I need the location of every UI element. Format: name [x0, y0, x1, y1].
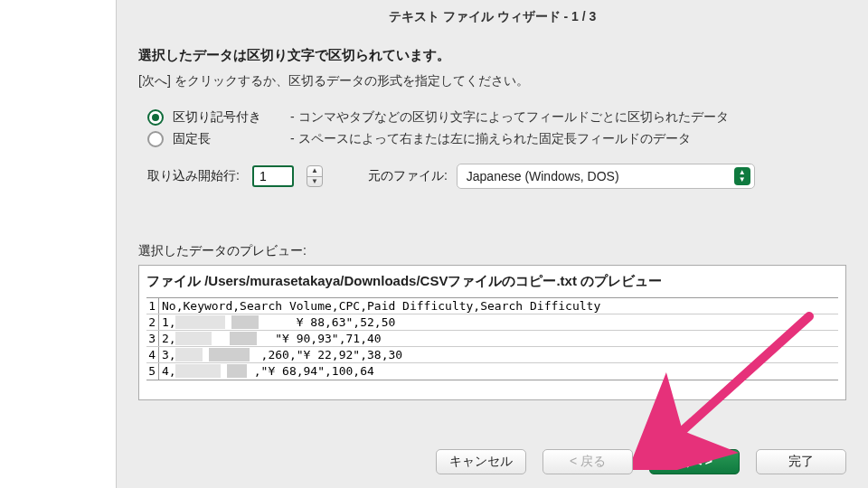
select-arrows-icon[interactable]: ▲▼ [734, 167, 750, 185]
row-content: 1, ¥ 88,63",52,50 [159, 314, 838, 330]
row-number: 5 [146, 363, 159, 380]
radio-fixed-row[interactable]: 固定長 - スペースによって右または左に揃えられた固定長フィールドのデータ [147, 131, 846, 147]
row-content: 3, ,260,"¥ 22,92",38,30 [159, 347, 838, 362]
preview-box: ファイル /Users/murasetakaya/Downloads/CSVファ… [138, 265, 846, 400]
stepper-up-icon[interactable]: ▲ [307, 166, 322, 177]
row-number: 4 [146, 347, 159, 362]
start-row-label: 取り込み開始行: [147, 168, 240, 184]
section-heading: 選択したデータは区切り文字で区切られています。 [138, 47, 846, 64]
wizard-content: 選択したデータは区切り文字で区切られています。 [次へ] をクリックするか、区切… [117, 33, 868, 445]
preview-file-line: ファイル /Users/murasetakaya/Downloads/CSVファ… [146, 273, 838, 290]
radio-fixed-label: 固定長 [173, 131, 281, 147]
preview-row: 2 1, ¥ 88,63",52,50 [146, 314, 838, 331]
encoding-label: 元のファイル: [368, 168, 448, 184]
row-content: 2, "¥ 90,93",71,40 [159, 331, 838, 346]
preview-row: 3 2, "¥ 90,93",71,40 [146, 331, 838, 347]
preview-row: 5 4, ,"¥ 68,94",100,64 [146, 363, 838, 380]
section-subheading: [次へ] をクリックするか、区切るデータの形式を指定してください。 [138, 73, 846, 89]
wizard-window: テキスト ファイル ウィザード - 1 / 3 選択したデータは区切り文字で区切… [116, 0, 868, 488]
radio-delimited-label: 区切り記号付き [173, 109, 281, 126]
back-button: < 戻る [542, 449, 633, 474]
window-title: テキスト ファイル ウィザード - 1 / 3 [117, 0, 868, 33]
encoding-select[interactable]: Japanese (Windows, DOS) ▲▼ [457, 164, 755, 189]
row-number: 2 [146, 314, 159, 330]
preview-row: 4 3, ,260,"¥ 22,92",38,30 [146, 347, 838, 363]
radio-delimited-row[interactable]: 区切り記号付き - コンマやタブなどの区切り文字によってフィールドごとに区切られ… [147, 109, 846, 126]
row-content: No,Keyword,Search Volume,CPC,Paid Diffic… [159, 298, 838, 314]
start-row-stepper[interactable]: ▲ ▼ [307, 165, 323, 187]
radio-delimited[interactable] [147, 109, 164, 126]
radio-delimited-desc: - コンマやタブなどの区切り文字によってフィールドごとに区切られたデータ [290, 109, 729, 126]
stepper-down-icon[interactable]: ▼ [307, 177, 322, 187]
row-number: 1 [146, 298, 159, 314]
start-row-input[interactable] [254, 169, 292, 183]
start-row-input-wrap[interactable] [252, 165, 294, 187]
cancel-button[interactable]: キャンセル [436, 449, 526, 474]
radio-fixed[interactable] [147, 131, 164, 147]
next-button[interactable]: 次へ > [649, 449, 740, 474]
preview-row: 1 No,Keyword,Search Volume,CPC,Paid Diff… [146, 298, 838, 314]
row-content: 4, ,"¥ 68,94",100,64 [159, 363, 838, 380]
wizard-footer: キャンセル < 戻る 次へ > 完了 [117, 445, 868, 488]
preview-label: 選択したデータのプレビュー: [138, 243, 846, 259]
row-number: 3 [146, 331, 159, 346]
finish-button[interactable]: 完了 [756, 449, 846, 474]
encoding-value: Japanese (Windows, DOS) [467, 169, 619, 183]
radio-fixed-desc: - スペースによって右または左に揃えられた固定長フィールドのデータ [290, 131, 691, 147]
preview-rows: 1 No,Keyword,Search Volume,CPC,Paid Diff… [146, 297, 838, 380]
